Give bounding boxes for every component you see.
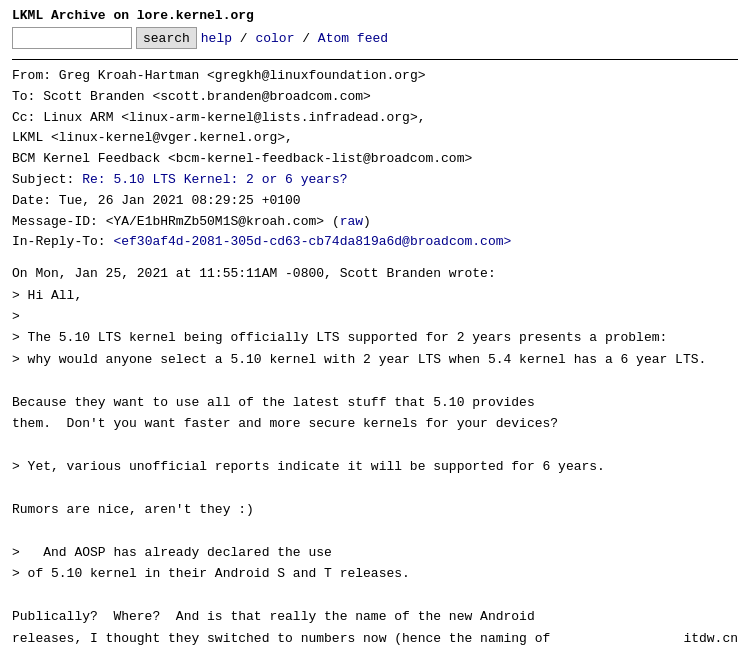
raw-link[interactable]: raw — [340, 214, 363, 229]
search-button[interactable]: search — [136, 27, 197, 49]
nav-sep-1: / — [232, 31, 255, 46]
watermark: itdw.cn — [683, 631, 738, 646]
subject-label: Subject: — [12, 172, 74, 187]
search-input[interactable] — [12, 27, 132, 49]
header-divider — [12, 59, 738, 60]
cc-line-3: BCM Kernel Feedback <bcm-kernel-feedback… — [12, 149, 738, 170]
cc-indent-1: LKML <linux-kernel@vger.kernel.org>, — [12, 130, 293, 145]
to-value: Scott Branden <scott.branden@broadcom.co… — [43, 89, 371, 104]
message-id-label: Message-ID: — [12, 214, 98, 229]
message-id-value: <YA/E1bHRmZb50M1S@kroah.com> — [106, 214, 324, 229]
email-headers: From: Greg Kroah-Hartman <gregkh@linuxfo… — [12, 66, 738, 253]
cc-indent-2: BCM Kernel Feedback <bcm-kernel-feedback… — [12, 151, 472, 166]
message-id-paren-close: ) — [363, 214, 371, 229]
subject-link[interactable]: Re: 5.10 LTS Kernel: 2 or 6 years? — [82, 172, 347, 187]
cc-line-1: Cc: Linux ARM <linux-arm-kernel@lists.in… — [12, 108, 738, 129]
help-link[interactable]: help — [201, 31, 232, 46]
email-body: On Mon, Jan 25, 2021 at 11:55:11AM -0800… — [12, 263, 738, 654]
subject-line: Subject: Re: 5.10 LTS Kernel: 2 or 6 yea… — [12, 170, 738, 191]
from-line: From: Greg Kroah-Hartman <gregkh@linuxfo… — [12, 66, 738, 87]
from-label: From: — [12, 68, 51, 83]
atom-feed-link[interactable]: Atom feed — [318, 31, 388, 46]
nav-sep-2: / — [294, 31, 317, 46]
message-id-paren-open: ( — [332, 214, 340, 229]
in-reply-to-label: In-Reply-To: — [12, 234, 106, 249]
date-line: Date: Tue, 26 Jan 2021 08:29:25 +0100 — [12, 191, 738, 212]
cc-label: Cc: — [12, 110, 35, 125]
site-title: LKML Archive on lore.kernel.org — [12, 8, 738, 23]
date-label: Date: — [12, 193, 51, 208]
cc-line-2: LKML <linux-kernel@vger.kernel.org>, — [12, 128, 738, 149]
color-link[interactable]: color — [255, 31, 294, 46]
message-id-line: Message-ID: <YA/E1bHRmZb50M1S@kroah.com>… — [12, 212, 738, 233]
date-value: Tue, 26 Jan 2021 08:29:25 +0100 — [59, 193, 301, 208]
to-line: To: Scott Branden <scott.branden@broadco… — [12, 87, 738, 108]
in-reply-to-link[interactable]: <ef30af4d-2081-305d-cd63-cb74da819a6d@br… — [113, 234, 511, 249]
to-label: To: — [12, 89, 35, 104]
cc-value-1: Linux ARM <linux-arm-kernel@lists.infrad… — [43, 110, 425, 125]
nav-links: help / color / Atom feed — [201, 31, 388, 46]
from-value: Greg Kroah-Hartman <gregkh@linuxfoundati… — [59, 68, 426, 83]
in-reply-to-line: In-Reply-To: <ef30af4d-2081-305d-cd63-cb… — [12, 232, 738, 253]
page-header: LKML Archive on lore.kernel.org search h… — [12, 8, 738, 49]
search-bar: search help / color / Atom feed — [12, 27, 738, 49]
